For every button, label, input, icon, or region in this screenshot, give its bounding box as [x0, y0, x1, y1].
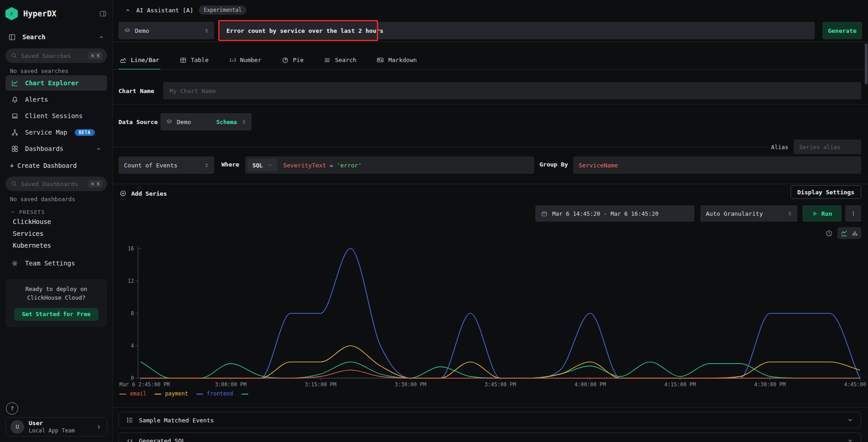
create-dashboard-button[interactable]: + Create Dashboard	[10, 162, 107, 172]
layers-icon	[166, 119, 173, 125]
main-content: AI Assistant [A] Experimental Demo Error…	[113, 0, 868, 442]
tab-number[interactable]: 1₂3 Number	[228, 51, 262, 70]
divider	[113, 147, 766, 147]
saved-searches-input[interactable]: ⌘ K	[5, 48, 107, 63]
sidebar-item-dashboards[interactable]: Dashboards	[5, 141, 107, 156]
alias-row: Alias	[771, 140, 861, 154]
generated-sql-panel[interactable]: Generated SQL	[118, 432, 861, 442]
sidebar-item-alerts[interactable]: Alerts	[5, 92, 107, 107]
alias-label: Alias	[771, 144, 788, 151]
calendar-icon	[541, 210, 548, 217]
legend-item-unnamed[interactable]	[241, 390, 252, 397]
number-icon: 1₂3	[229, 57, 236, 64]
tab-table[interactable]: Table	[179, 51, 210, 70]
line-chart-toggle-icon[interactable]	[840, 229, 848, 238]
legend-dash	[241, 394, 248, 395]
avatar: U	[10, 420, 24, 434]
markdown-icon	[376, 56, 384, 64]
help-button[interactable]: ?	[6, 402, 18, 415]
chart-legend: emailpaymentfrontend	[119, 390, 252, 397]
preset-services[interactable]: Services	[13, 228, 107, 240]
code-icon	[126, 437, 134, 442]
legend-item-email[interactable]: email	[119, 390, 146, 397]
svg-text:4:00:00 PM: 4:00:00 PM	[575, 381, 606, 388]
sidebar-item-client-sessions[interactable]: Client Sessions	[5, 108, 107, 124]
chart-name-label: Chart Name	[118, 88, 163, 94]
service-map-icon	[11, 129, 19, 136]
legend-label: email	[130, 390, 146, 397]
shortcut-badge: ⌘ K	[88, 180, 103, 187]
ai-source-select[interactable]: Demo	[118, 22, 214, 39]
series-alias-input[interactable]	[794, 140, 861, 154]
user-menu[interactable]: U User Local App Team	[5, 417, 107, 437]
chevron-up-icon	[96, 146, 102, 152]
group-by-input[interactable]: ServiceName	[573, 156, 861, 174]
legend-item-payment[interactable]: payment	[154, 390, 188, 397]
tab-markdown[interactable]: Markdown	[375, 51, 418, 70]
svg-text:1₂3: 1₂3	[229, 58, 236, 62]
promo-text: Ready to deploy on ClickHouse Cloud?	[10, 285, 103, 302]
sidebar-item-team-settings[interactable]: Team Settings	[5, 255, 107, 271]
table-icon	[180, 57, 187, 64]
chevron-up-icon	[98, 34, 104, 40]
legend-item-frontend[interactable]: frontend	[196, 390, 233, 397]
chevron-down-icon	[847, 417, 853, 423]
run-button[interactable]: Run	[802, 205, 842, 222]
saved-dashboards-input[interactable]: ⌘ K	[5, 177, 107, 191]
sidebar-section-search[interactable]: Search	[5, 30, 107, 44]
get-started-button[interactable]: Get Started for Free	[14, 308, 98, 321]
user-name: User	[29, 420, 75, 427]
line-bar-toggle[interactable]	[837, 227, 861, 239]
ai-assistant-header[interactable]: AI Assistant [A] Experimental	[125, 5, 247, 16]
time-range-input[interactable]: Mar 6 14:45:20 - Mar 6 16:45:20	[535, 205, 694, 222]
list-details-icon	[126, 416, 134, 424]
data-source-select[interactable]: Demo Schema	[160, 113, 252, 130]
tab-pie[interactable]: Pie	[281, 51, 304, 70]
preset-clickhouse[interactable]: ClickHouse	[13, 216, 107, 228]
search-icon	[11, 181, 17, 187]
play-icon	[812, 211, 818, 217]
group-by-label: Group By	[539, 161, 568, 168]
bar-chart-toggle-icon[interactable]	[852, 230, 858, 237]
preset-kubernetes[interactable]: Kubernetes	[13, 240, 107, 252]
no-saved-searches-text: No saved searches	[10, 68, 107, 74]
no-saved-dashboards-text: No saved dashboards	[10, 196, 107, 203]
chart-name-row: Chart Name	[118, 82, 861, 99]
chevron-updown-icon	[241, 119, 247, 125]
divider	[113, 42, 868, 42]
aggregation-select[interactable]: Count of Events	[118, 156, 214, 174]
granularity-select[interactable]: Auto Granularity	[700, 205, 797, 222]
clock-icon[interactable]	[825, 229, 833, 237]
more-options-button[interactable]	[845, 205, 861, 222]
gear-icon	[11, 260, 19, 267]
svg-text:Mar 6 2:45:00 PM: Mar 6 2:45:00 PM	[119, 381, 170, 388]
timeseries-chart[interactable]: 0481216Mar 6 2:45:00 PM3:00:00 PM3:15:00…	[113, 242, 868, 401]
legend-label: frontend	[207, 390, 233, 397]
chevron-updown-icon	[787, 211, 793, 217]
chevron-down-icon	[10, 209, 15, 215]
tab-search[interactable]: Search	[323, 51, 357, 70]
ai-prompt-input[interactable]: Error count by service over the last 2 h…	[220, 22, 815, 39]
scrollbar-thumb[interactable]	[865, 43, 868, 84]
app-title: HyperDX	[23, 9, 56, 18]
svg-text:4:15:00 PM: 4:15:00 PM	[664, 381, 696, 388]
display-settings-button[interactable]: Display Settings	[791, 185, 861, 199]
sidebar-item-service-map[interactable]: Service Map BETA	[5, 125, 107, 140]
sample-matched-events-panel[interactable]: Sample Matched Events	[118, 412, 861, 428]
svg-text:4: 4	[131, 343, 134, 349]
shortcut-badge: ⌘ K	[88, 52, 103, 59]
dots-vertical-icon	[850, 210, 857, 217]
where-input[interactable]: SQL SeverityText = 'error'	[245, 156, 534, 174]
presets-section-header[interactable]: PRESETS	[10, 208, 107, 216]
generate-button[interactable]: Generate	[822, 22, 862, 39]
saved-searches-field[interactable]	[21, 52, 88, 59]
sql-language-select[interactable]: SQL	[247, 159, 277, 172]
saved-dashboards-field[interactable]	[21, 181, 88, 187]
divider	[113, 184, 868, 184]
chart-name-input[interactable]	[163, 82, 861, 99]
sidebar-item-chart-explorer[interactable]: Chart Explorer	[5, 75, 107, 91]
add-series-button[interactable]: Add Series	[119, 188, 167, 199]
sidebar-collapse-icon[interactable]	[99, 10, 107, 18]
chart-type-tabs: Line/Bar Table 1₂3 Number Pie Search Mar…	[118, 51, 418, 70]
tab-line-bar[interactable]: Line/Bar	[118, 51, 160, 70]
